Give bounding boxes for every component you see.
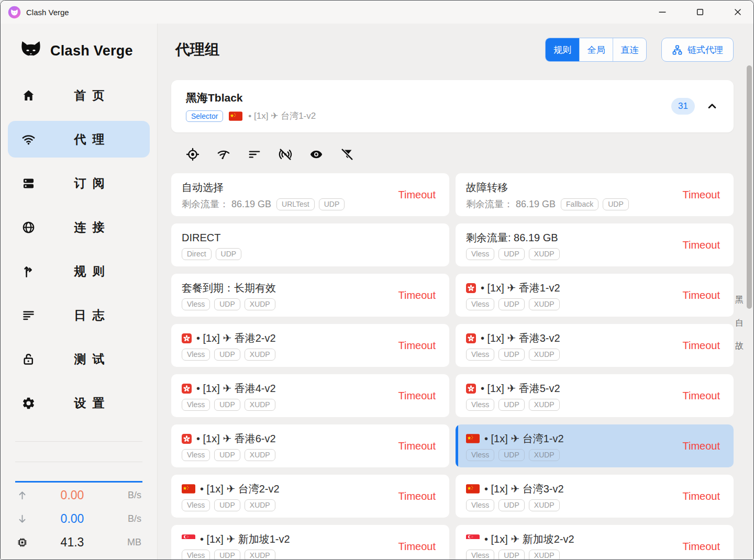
proxy-node[interactable]: • [1x] ✈ 台湾2-v2VlessUDPXUDPTimeout bbox=[171, 475, 449, 518]
protocol-chip: XUDP bbox=[245, 499, 275, 511]
proxy-node[interactable]: • [1x] ✈ 香港5-v2VlessUDPXUDPTimeout bbox=[456, 374, 734, 417]
latency-status: Timeout bbox=[682, 189, 720, 201]
group-index-letter[interactable]: 自 bbox=[735, 318, 744, 329]
sidebar-item-home[interactable]: 首页 bbox=[8, 77, 150, 114]
memory-chip-icon bbox=[16, 536, 28, 548]
chevron-up-icon[interactable] bbox=[705, 99, 719, 113]
current-node-flag-icon bbox=[229, 111, 242, 121]
node-title: • [1x] ✈ 香港1-v2 bbox=[481, 281, 560, 295]
outbound-mode-tabs: 规则全局直连 bbox=[545, 38, 647, 62]
country-flag-icon bbox=[182, 333, 192, 343]
proxy-node[interactable]: • [1x] ✈ 香港3-v2VlessUDPXUDPTimeout bbox=[456, 324, 734, 367]
upload-speed-row: 0.00 B/s bbox=[1, 484, 157, 507]
group-name: 黑海Tblack bbox=[186, 91, 316, 105]
protocol-chip: XUDP bbox=[529, 449, 560, 461]
protocol-chip: XUDP bbox=[245, 298, 275, 310]
sidebar-item-rules[interactable]: 规则 bbox=[8, 253, 150, 289]
group-index-letter[interactable]: 黑 bbox=[735, 295, 744, 306]
scrollbar-thumb[interactable] bbox=[747, 65, 752, 309]
country-flag-icon bbox=[466, 283, 476, 293]
delay-check-icon[interactable] bbox=[217, 148, 230, 161]
protocol-chip: Vless bbox=[466, 248, 494, 260]
dns-icon bbox=[21, 176, 36, 191]
locate-icon[interactable] bbox=[186, 148, 199, 161]
protocol-chips: VlessUDPXUDP bbox=[466, 550, 560, 559]
proxy-node[interactable]: 剩余流量: 86.19 GBVlessUDPXUDPTimeout bbox=[456, 223, 734, 266]
proxy-node[interactable]: • [1x] ✈ 新加坡1-v2VlessUDPXUDPTimeout bbox=[171, 525, 449, 559]
upload-speed-unit: B/s bbox=[116, 490, 141, 501]
country-flag-icon bbox=[182, 384, 192, 394]
mode-tab-direct[interactable]: 直连 bbox=[613, 38, 646, 61]
proxy-node[interactable]: • [1x] ✈ 台湾1-v2VlessUDPXUDPTimeout bbox=[456, 424, 734, 467]
mode-tab-rule[interactable]: 规则 bbox=[546, 38, 579, 61]
download-speed-unit: B/s bbox=[116, 513, 141, 524]
sidebar-item-label: 规则 bbox=[29, 263, 150, 279]
country-flag-icon bbox=[466, 534, 480, 544]
protocol-chip: UDP bbox=[214, 550, 240, 559]
latency-status: Timeout bbox=[398, 490, 436, 502]
protocol-chip: Vless bbox=[466, 349, 494, 361]
chain-proxy-button[interactable]: 链式代理 bbox=[661, 38, 734, 62]
filter-off-icon[interactable] bbox=[340, 148, 354, 161]
country-flag-icon bbox=[466, 434, 480, 443]
sidebar-item-label: 连接 bbox=[29, 219, 150, 236]
minimize-button[interactable] bbox=[654, 4, 671, 20]
close-button[interactable] bbox=[729, 4, 746, 20]
proxy-node[interactable]: • [1x] ✈ 台湾3-v2VlessUDPXUDPTimeout bbox=[456, 475, 734, 518]
lock-icon bbox=[21, 352, 36, 366]
sidebar-item-label: 首页 bbox=[29, 87, 150, 104]
latency-status: Timeout bbox=[398, 390, 436, 402]
tethering-off-icon[interactable] bbox=[279, 148, 292, 161]
proxy-node[interactable]: DIRECTDirectUDP bbox=[171, 223, 449, 266]
proxy-node[interactable]: • [1x] ✈ 香港2-v2VlessUDPXUDPTimeout bbox=[171, 324, 449, 367]
sidebar-item-logs[interactable]: 日志 bbox=[8, 297, 150, 333]
proxy-node[interactable]: 故障转移剩余流量： 86.19 GBFallbackUDPTimeout bbox=[456, 173, 734, 216]
sidebar-item-label: 日志 bbox=[29, 307, 150, 323]
node-title: • [1x] ✈ 新加坡2-v2 bbox=[484, 532, 574, 546]
protocol-chip: UDP bbox=[214, 449, 240, 461]
protocol-chip: Vless bbox=[466, 298, 494, 310]
proxy-node[interactable]: 自动选择剩余流量： 86.19 GBURLTestUDPTimeout bbox=[171, 173, 449, 216]
proxy-node[interactable]: • [1x] ✈ 香港4-v2VlessUDPXUDPTimeout bbox=[171, 374, 449, 417]
protocol-chip: UDP bbox=[319, 198, 345, 210]
node-count-badge: 31 bbox=[671, 98, 695, 115]
protocol-chip: UDP bbox=[214, 499, 240, 511]
country-flag-icon bbox=[182, 434, 192, 444]
protocol-chips: VlessUDPXUDP bbox=[182, 298, 275, 310]
proxy-node[interactable]: 套餐到期：长期有效VlessUDPXUDPTimeout bbox=[171, 274, 449, 317]
proxy-node[interactable]: • [1x] ✈ 新加坡2-v2VlessUDPXUDPTimeout bbox=[456, 525, 734, 559]
current-node-label: • [1x] ✈ 台湾1-v2 bbox=[248, 110, 316, 122]
sidebar-item-proxies[interactable]: 代理 bbox=[8, 121, 150, 158]
protocol-chips: VlessUDPXUDP bbox=[182, 449, 275, 461]
sidebar-item-settings[interactable]: 设置 bbox=[8, 385, 150, 421]
protocol-chip: UDP bbox=[498, 399, 525, 411]
mode-tab-global[interactable]: 全局 bbox=[579, 38, 613, 61]
sort-icon[interactable] bbox=[248, 148, 261, 161]
visibility-icon[interactable] bbox=[309, 148, 323, 161]
titlebar: Clash Verge bbox=[1, 1, 753, 24]
sidebar-item-label: 订阅 bbox=[29, 175, 150, 192]
main-content: 代理组 规则全局直连 链式代理 黑海Tblack Selector • [1x]… bbox=[158, 24, 753, 559]
proxy-group-header[interactable]: 黑海Tblack Selector • [1x] ✈ 台湾1-v2 31 bbox=[171, 80, 734, 132]
latency-status: Timeout bbox=[682, 390, 720, 402]
proxy-node[interactable]: • [1x] ✈ 香港6-v2VlessUDPXUDPTimeout bbox=[171, 424, 449, 467]
logs-icon bbox=[21, 308, 36, 322]
protocol-chip: XUDP bbox=[529, 349, 560, 361]
sidebar-item-connections[interactable]: 连接 bbox=[8, 209, 150, 245]
protocol-chip: UDP bbox=[498, 248, 525, 260]
sidebar-item-tests[interactable]: 测试 bbox=[8, 341, 150, 377]
protocol-chip: UDP bbox=[214, 349, 240, 361]
node-subtitle: 剩余流量： 86.19 GB bbox=[182, 198, 271, 210]
country-flag-icon bbox=[466, 384, 476, 394]
sidebar-item-profiles[interactable]: 订阅 bbox=[8, 165, 150, 201]
proxy-node[interactable]: • [1x] ✈ 香港1-v2VlessUDPXUDPTimeout bbox=[456, 274, 734, 317]
protocol-chips: VlessUDPXUDP bbox=[182, 499, 275, 511]
download-speed-row: 0.00 B/s bbox=[1, 507, 157, 531]
group-index-letter[interactable]: 故 bbox=[735, 341, 744, 352]
node-title: 自动选择 bbox=[182, 181, 224, 195]
protocol-chip: Vless bbox=[182, 349, 210, 361]
maximize-button[interactable] bbox=[692, 4, 708, 20]
protocol-chips: DirectUDP bbox=[182, 248, 241, 260]
group-subline: Selector • [1x] ✈ 台湾1-v2 bbox=[186, 110, 316, 122]
app-window: Clash Verge Clash Verge 首页代理订阅连接规则日志测试设置… bbox=[0, 0, 754, 560]
